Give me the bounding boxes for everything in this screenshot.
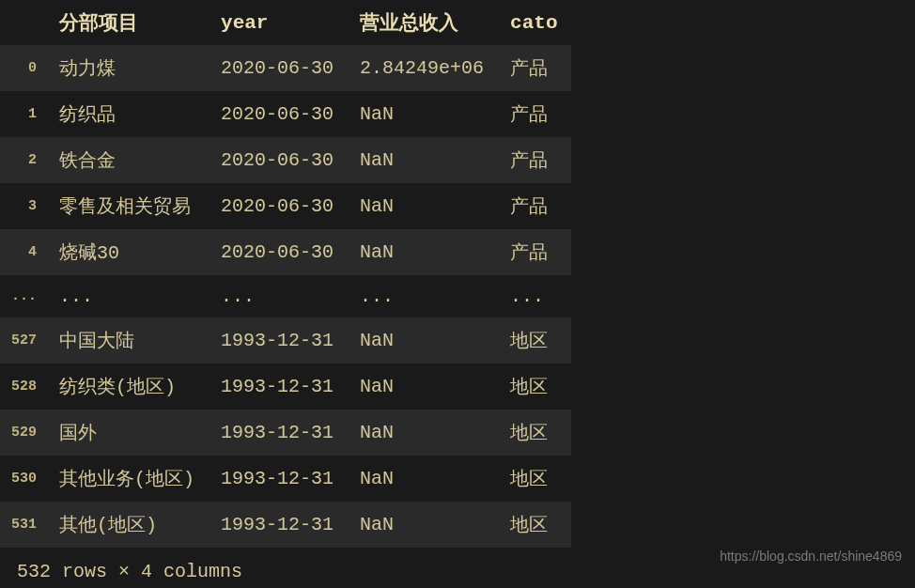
row-year-cell: 1993-12-31 (208, 502, 347, 548)
row-revenue-cell: NaN (347, 137, 497, 183)
dataframe-table: 分部项目 year 营业总收入 cato 0动力煤2020-06-302.842… (0, 0, 571, 548)
row-revenue-cell: 2.84249e+06 (347, 45, 497, 91)
header-index (0, 0, 46, 45)
row-cato-cell: ... (497, 275, 570, 317)
row-index-cell: 1 (0, 91, 46, 137)
table-header-row: 分部项目 year 营业总收入 cato (0, 0, 571, 45)
table-row: ............... (0, 275, 571, 317)
table-row: 0动力煤2020-06-302.84249e+06产品 (0, 45, 571, 91)
table-row: 531其他(地区)1993-12-31NaN地区 (0, 502, 571, 548)
row-item-cell: 零售及相关贸易 (46, 183, 208, 229)
row-year-cell: 1993-12-31 (208, 456, 347, 502)
row-index-cell: ... (0, 275, 46, 317)
row-index-cell: 2 (0, 137, 46, 183)
row-year-cell: 1993-12-31 (208, 364, 347, 410)
row-item-cell: 其他业务(地区) (46, 456, 208, 502)
row-cato-cell: 产品 (497, 91, 570, 137)
row-cato-cell: 产品 (497, 45, 570, 91)
row-cato-cell: 地区 (497, 364, 570, 410)
row-item-cell: 铁合金 (46, 137, 208, 183)
row-revenue-cell: NaN (347, 502, 497, 548)
row-index-cell: 528 (0, 364, 46, 410)
row-item-cell: ... (46, 275, 208, 317)
header-cato: cato (497, 0, 570, 45)
row-cato-cell: 地区 (497, 410, 570, 456)
watermark-text: https://blog.csdn.net/shine4869 (720, 549, 902, 564)
row-year-cell: 2020-06-30 (208, 137, 347, 183)
row-item-cell: 纺织品 (46, 91, 208, 137)
row-item-cell: 国外 (46, 410, 208, 456)
row-year-cell: 2020-06-30 (208, 183, 347, 229)
row-index-cell: 529 (0, 410, 46, 456)
table-row: 530其他业务(地区)1993-12-31NaN地区 (0, 456, 571, 502)
row-item-cell: 其他(地区) (46, 502, 208, 548)
row-item-cell: 纺织类(地区) (46, 364, 208, 410)
row-year-cell: 1993-12-31 (208, 410, 347, 456)
table-row: 529国外1993-12-31NaN地区 (0, 410, 571, 456)
table-row: 527中国大陆1993-12-31NaN地区 (0, 317, 571, 364)
row-revenue-cell: NaN (347, 364, 497, 410)
dataframe-output: 分部项目 year 营业总收入 cato 0动力煤2020-06-302.842… (0, 0, 915, 588)
row-cato-cell: 产品 (497, 137, 570, 183)
row-cato-cell: 地区 (497, 456, 570, 502)
row-item-cell: 动力煤 (46, 45, 208, 91)
table-row: 3零售及相关贸易2020-06-30NaN产品 (0, 183, 571, 229)
row-cato-cell: 产品 (497, 229, 570, 275)
row-index-cell: 531 (0, 502, 46, 548)
row-index-cell: 3 (0, 183, 46, 229)
table-row: 2铁合金2020-06-30NaN产品 (0, 137, 571, 183)
row-index-cell: 0 (0, 45, 46, 91)
row-cato-cell: 地区 (497, 502, 570, 548)
row-revenue-cell: NaN (347, 91, 497, 137)
row-cato-cell: 地区 (497, 317, 570, 364)
row-year-cell: 2020-06-30 (208, 229, 347, 275)
table-row: 528纺织类(地区)1993-12-31NaN地区 (0, 364, 571, 410)
header-item: 分部项目 (46, 0, 208, 45)
row-revenue-cell: ... (347, 275, 497, 317)
row-revenue-cell: NaN (347, 456, 497, 502)
row-index-cell: 530 (0, 456, 46, 502)
row-item-cell: 烧碱30 (46, 229, 208, 275)
row-year-cell: 1993-12-31 (208, 317, 347, 364)
header-year: year (208, 0, 347, 45)
row-year-cell: ... (208, 275, 347, 317)
row-index-cell: 4 (0, 229, 46, 275)
row-item-cell: 中国大陆 (46, 317, 208, 364)
row-revenue-cell: NaN (347, 410, 497, 456)
row-cato-cell: 产品 (497, 183, 570, 229)
table-row: 4烧碱302020-06-30NaN产品 (0, 229, 571, 275)
row-revenue-cell: NaN (347, 229, 497, 275)
row-index-cell: 527 (0, 317, 46, 364)
header-revenue: 营业总收入 (347, 0, 497, 45)
row-year-cell: 2020-06-30 (208, 91, 347, 137)
row-revenue-cell: NaN (347, 317, 497, 364)
row-year-cell: 2020-06-30 (208, 45, 347, 91)
table-row: 1纺织品2020-06-30NaN产品 (0, 91, 571, 137)
row-revenue-cell: NaN (347, 183, 497, 229)
